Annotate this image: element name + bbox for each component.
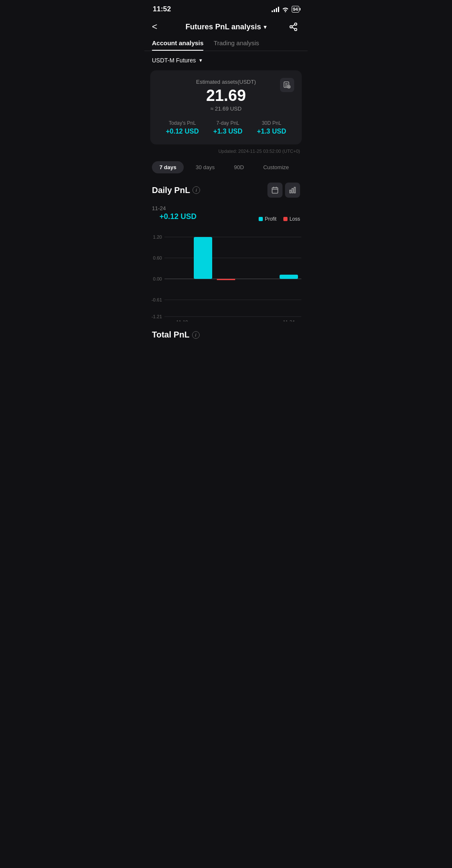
- status-icons: 94: [272, 6, 299, 13]
- svg-point-0: [285, 11, 286, 13]
- header-title: Futures PnL analysis ▾: [185, 23, 267, 31]
- bar-chart-container: 1.20 0.60 0.00 -0.61 -1.21 11-19 11-24: [144, 229, 308, 322]
- bar-1120[interactable]: [194, 237, 212, 279]
- today-pnl-item: Today's PnL +0.12 USD: [166, 120, 199, 135]
- chart-legend: Profit Loss: [259, 216, 300, 222]
- chart-date-label: 11-24: [144, 203, 308, 212]
- today-pnl-value: +0.12 USD: [166, 128, 199, 135]
- selector-dropdown-arrow: ▼: [198, 58, 203, 63]
- pnl-row: Today's PnL +0.12 USD 7-day PnL +1.3 USD…: [159, 120, 293, 135]
- market-selector[interactable]: USDT-M Futures ▼: [144, 51, 308, 68]
- daily-pnl-title: Daily PnL i: [152, 185, 200, 195]
- 7day-pnl-label: 7-day PnL: [213, 120, 243, 126]
- signal-icon: [272, 6, 279, 12]
- bar-1121[interactable]: [217, 279, 235, 280]
- list-icon: [283, 81, 291, 89]
- 7day-pnl-value: +1.3 USD: [213, 128, 243, 135]
- svg-point-11: [288, 86, 290, 88]
- share-button[interactable]: [287, 20, 300, 33]
- loss-legend-dot: [283, 217, 288, 221]
- assets-header: Estimated assets(USDT): [159, 79, 293, 85]
- svg-text:11-24: 11-24: [283, 319, 295, 322]
- svg-rect-16: [290, 190, 291, 193]
- calendar-icon: [271, 186, 279, 194]
- 30d-pnl-value: +1.3 USD: [257, 128, 286, 135]
- daily-pnl-info[interactable]: i: [193, 186, 200, 194]
- period-90d[interactable]: 90D: [226, 161, 252, 173]
- svg-text:-1.21: -1.21: [152, 314, 162, 319]
- assets-amount: 21.69: [159, 87, 293, 105]
- bar-1124[interactable]: [280, 275, 298, 279]
- assets-detail-button[interactable]: [280, 78, 294, 92]
- tabs: Account analysis Trading analysis: [144, 39, 308, 51]
- tab-account-analysis[interactable]: Account analysis: [152, 39, 203, 51]
- svg-rect-18: [294, 187, 295, 193]
- today-pnl-label: Today's PnL: [166, 120, 199, 126]
- period-30days[interactable]: 30 days: [188, 161, 222, 173]
- svg-text:-0.61: -0.61: [152, 297, 162, 302]
- svg-text:0.60: 0.60: [153, 255, 162, 260]
- back-button[interactable]: <: [152, 21, 165, 32]
- profit-legend-dot: [259, 217, 263, 221]
- daily-pnl-header: Daily PnL i: [144, 180, 308, 203]
- svg-line-4: [292, 27, 295, 29]
- updated-text: Updated: 2024-11-25 03:52:00 (UTC+0): [144, 144, 308, 155]
- title-dropdown-arrow[interactable]: ▾: [264, 24, 267, 30]
- svg-rect-12: [272, 188, 278, 193]
- status-bar: 11:52 94: [144, 0, 308, 16]
- share-icon: [289, 22, 298, 31]
- market-selector-label: USDT-M Futures: [152, 57, 196, 64]
- status-time: 11:52: [153, 5, 171, 13]
- header: < Futures PnL analysis ▾: [144, 16, 308, 39]
- period-buttons: 7 days 30 days 90D Customize: [144, 155, 308, 180]
- chart-type-button[interactable]: [285, 183, 300, 198]
- bar-chart: 1.20 0.60 0.00 -0.61 -1.21 11-19 11-24: [149, 229, 303, 322]
- svg-text:11-19: 11-19: [176, 319, 188, 322]
- battery-icon: 94: [292, 6, 299, 13]
- assets-usd: ≈ 21.69 USD: [159, 106, 293, 112]
- period-customize[interactable]: Customize: [256, 161, 296, 173]
- 30d-pnl-label: 30D PnL: [257, 120, 286, 126]
- loss-legend: Loss: [283, 216, 300, 222]
- svg-text:1.20: 1.20: [153, 234, 162, 240]
- total-pnl-info[interactable]: i: [192, 331, 200, 339]
- total-pnl-section: Total PnL i: [144, 322, 308, 344]
- profit-legend-label: Profit: [265, 216, 277, 222]
- wifi-icon: [282, 6, 289, 12]
- tab-trading-analysis[interactable]: Trading analysis: [213, 39, 259, 51]
- loss-legend-label: Loss: [290, 216, 300, 222]
- period-7days[interactable]: 7 days: [152, 161, 184, 173]
- chart-pnl-value: +0.12 USD: [152, 212, 204, 225]
- svg-line-5: [292, 25, 295, 26]
- assets-card: Estimated assets(USDT) 21.69 ≈ 21.69 USD…: [150, 70, 302, 144]
- svg-text:0.00: 0.00: [153, 276, 162, 281]
- 7day-pnl-item: 7-day PnL +1.3 USD: [213, 120, 243, 135]
- calendar-button[interactable]: [267, 183, 282, 198]
- 30d-pnl-item: 30D PnL +1.3 USD: [257, 120, 286, 135]
- bar-chart-icon: [289, 186, 296, 194]
- profit-legend: Profit: [259, 216, 277, 222]
- total-pnl-title: Total PnL i: [152, 330, 300, 340]
- assets-label: Estimated assets(USDT): [159, 79, 293, 85]
- svg-rect-17: [292, 188, 293, 193]
- chart-actions: [267, 183, 300, 198]
